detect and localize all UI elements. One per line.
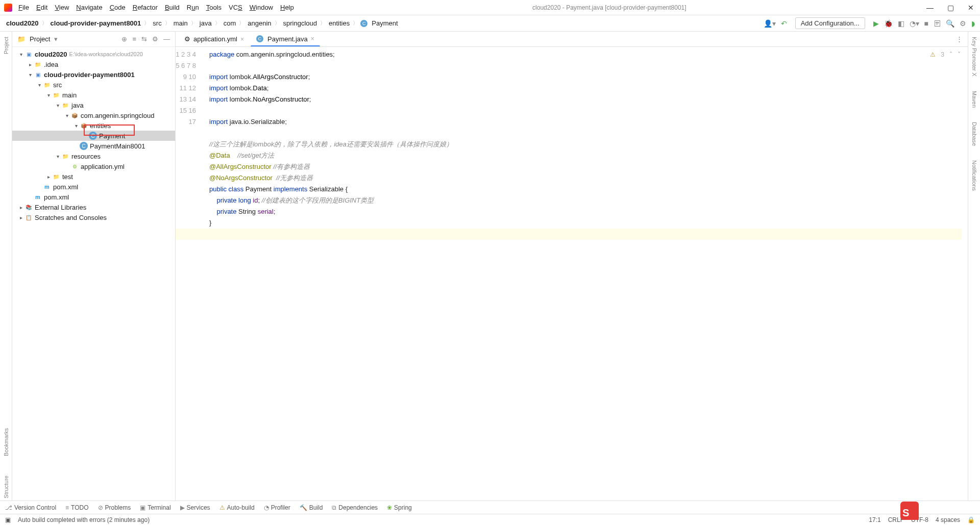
tool-structure[interactable]: Structure <box>3 473 9 501</box>
translate-icon[interactable]: 🈂 <box>934 19 941 28</box>
crumb-springcloud[interactable]: springcloud <box>282 18 318 28</box>
back-arrow-icon[interactable]: ↶ <box>781 19 787 28</box>
tree-root[interactable]: cloud2020 <box>35 51 67 58</box>
tab-payment-java[interactable]: C Payment.java × <box>251 32 320 46</box>
chevron-up-icon[interactable]: ˄ <box>949 49 952 60</box>
tree-pom-root[interactable]: pom.xml <box>44 193 69 201</box>
crumb-entities[interactable]: entities <box>328 18 351 28</box>
tree-entities[interactable]: entities <box>90 122 111 130</box>
tab-close-icon[interactable]: × <box>240 36 244 43</box>
folder-icon: 📁 <box>17 35 26 43</box>
tree-pom-module[interactable]: pom.xml <box>53 183 78 191</box>
crumb-class[interactable]: Payment <box>371 18 399 28</box>
inspection-widget[interactable]: ⚠ 3 ˄ ˅ <box>930 49 961 60</box>
close-icon[interactable]: ✕ <box>966 4 976 12</box>
crumb-java[interactable]: java <box>199 18 213 28</box>
crumb-src[interactable]: src <box>152 18 162 28</box>
hide-icon[interactable]: — <box>163 35 170 43</box>
tree-idea[interactable]: .idea <box>44 61 58 68</box>
menu-navigate[interactable]: Navigate <box>76 4 102 11</box>
tree-payment[interactable]: CPayment <box>12 131 175 141</box>
search-icon[interactable]: 🔍 <box>946 19 954 28</box>
menu-tools[interactable]: Tools <box>206 4 222 11</box>
tab-close-icon[interactable]: × <box>311 35 314 42</box>
tool-bookmarks[interactable]: Bookmarks <box>3 426 9 458</box>
right-tool-strip: Key Promoter X Maven Database Notificati… <box>968 32 980 501</box>
maximize-icon[interactable]: ▢ <box>945 4 955 12</box>
menu-edit[interactable]: Edit <box>36 4 47 11</box>
menu-code[interactable]: Code <box>110 4 126 11</box>
tab-application-yml[interactable]: ⚙ application.yml × <box>179 32 250 46</box>
warning-icon: ⚠ <box>930 49 936 60</box>
tool-services[interactable]: ▶Services <box>180 504 210 511</box>
minimize-icon[interactable]: — <box>925 4 935 12</box>
expand-icon[interactable]: ≡ <box>132 35 136 43</box>
tool-todo[interactable]: ≡TODO <box>65 504 88 511</box>
menu-view[interactable]: View <box>55 4 69 11</box>
status-pos[interactable]: 17:1 <box>869 516 880 523</box>
tree-extlib[interactable]: External Libraries <box>35 204 86 211</box>
crumb-angenin[interactable]: angenin <box>247 18 272 28</box>
tree-paymentmain[interactable]: PaymentMain8001 <box>90 142 145 150</box>
project-tree[interactable]: ▾▣cloud2020E:\idea-workspace\cloud2020 ▸… <box>12 47 175 501</box>
gear-icon[interactable]: ⚙ <box>152 35 158 43</box>
tool-notifications[interactable]: Notifications <box>971 158 977 193</box>
tool-vcs[interactable]: ⎇Version Control <box>5 504 56 511</box>
crumb-com[interactable]: com <box>223 18 237 28</box>
menu-help[interactable]: Help <box>280 4 294 11</box>
debug-icon[interactable]: 🐞 <box>884 19 893 28</box>
crumb-root[interactable]: cloud2020 <box>5 18 40 28</box>
tree-appyml[interactable]: application.yml <box>81 163 125 170</box>
tree-resources[interactable]: resources <box>71 153 101 160</box>
collapse-icon[interactable]: ⇆ <box>141 35 147 43</box>
tool-deps[interactable]: ⧉Dependencies <box>332 504 378 511</box>
tool-terminal[interactable]: ▣Terminal <box>140 504 170 511</box>
status-icon[interactable]: ▣ <box>5 516 11 523</box>
tree-main[interactable]: main <box>62 91 77 99</box>
status-indent[interactable]: 4 spaces <box>936 516 960 523</box>
window-controls: — ▢ ✕ <box>925 4 976 12</box>
menu-vcs[interactable]: VCS <box>229 4 242 11</box>
crumb-main[interactable]: main <box>173 18 189 28</box>
tree-package[interactable]: com.angenin.springcloud <box>81 112 155 119</box>
tool-database[interactable]: Database <box>971 120 977 148</box>
locate-icon[interactable]: ⊕ <box>121 35 127 43</box>
tool-maven[interactable]: Maven <box>971 89 977 110</box>
menu-build[interactable]: Build <box>165 4 180 11</box>
codewithme-icon[interactable]: ◗ <box>971 19 975 28</box>
project-pane-title[interactable]: Project <box>30 35 50 43</box>
tree-src[interactable]: src <box>53 81 62 89</box>
run-icon[interactable]: ▶ <box>873 19 879 28</box>
profile-icon[interactable]: ◔▾ <box>910 19 919 28</box>
menu-refactor[interactable]: Refactor <box>133 4 158 11</box>
code-editor[interactable]: 1 2 3 4 5 6 7 8 9 10 11 12 13 14 15 16 1… <box>176 47 968 501</box>
settings-icon[interactable]: ⚙ <box>960 19 966 28</box>
code-content[interactable]: package com.angenin.springcloud.entities… <box>209 47 968 501</box>
main-area: Project Bookmarks Structure 📁 Project ▾ … <box>0 32 980 501</box>
user-icon[interactable]: 👤▾ <box>764 19 776 28</box>
tool-project[interactable]: Project <box>3 35 9 56</box>
dropdown-icon[interactable]: ▾ <box>54 35 58 43</box>
tree-module[interactable]: cloud-provider-payment8001 <box>44 71 135 79</box>
tool-keypromoter[interactable]: Key Promoter X <box>971 35 977 79</box>
menu-window[interactable]: Window <box>250 4 273 11</box>
add-configuration-button[interactable]: Add Configuration... <box>795 17 865 29</box>
chevron-down-icon[interactable]: ˅ <box>958 49 961 60</box>
tool-profiler[interactable]: ◔Profiler <box>264 504 290 511</box>
lock-icon[interactable]: 🔒 <box>967 516 975 523</box>
tool-build[interactable]: 🔨Build <box>300 504 323 511</box>
tree-scratches[interactable]: Scratches and Consoles <box>35 214 107 221</box>
tool-problems[interactable]: ⊘Problems <box>98 504 131 511</box>
menu-file[interactable]: File <box>18 4 29 11</box>
tabs-menu-icon[interactable]: ⋮ <box>956 35 963 43</box>
menu-run[interactable]: Run <box>187 4 199 11</box>
ime-indicator-icon: S <box>900 502 919 520</box>
coverage-icon[interactable]: ◧ <box>898 19 904 28</box>
tool-autobuild[interactable]: ⚠Auto-build <box>219 504 255 511</box>
tool-spring[interactable]: ❀Spring <box>387 504 412 511</box>
tree-java[interactable]: java <box>71 102 84 109</box>
tree-test[interactable]: test <box>62 173 73 181</box>
crumb-module[interactable]: cloud-provider-payment8001 <box>50 18 142 28</box>
stop-icon[interactable]: ■ <box>924 19 928 28</box>
tree-root-path: E:\idea-workspace\cloud2020 <box>69 51 143 57</box>
